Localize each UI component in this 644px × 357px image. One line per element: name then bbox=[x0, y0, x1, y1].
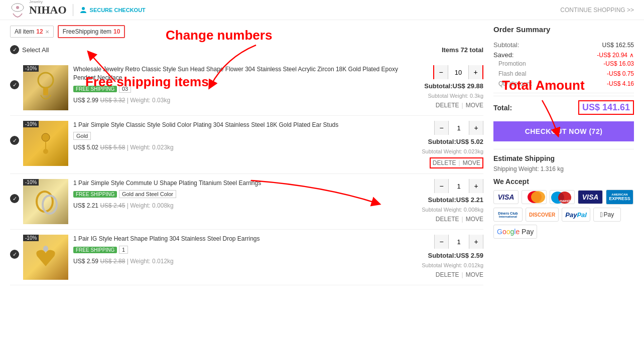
qty-input-4[interactable] bbox=[449, 235, 469, 249]
item-details-3: 1 Pair Simple Style Commute U Shape Plat… bbox=[73, 179, 413, 209]
discount-badge-1: -10% bbox=[23, 65, 39, 72]
svg-point-7 bbox=[43, 149, 48, 154]
nihao-logo-icon bbox=[10, 3, 25, 18]
move-link-3[interactable]: MOVE bbox=[466, 216, 483, 223]
chevron-up-icon[interactable]: ∧ bbox=[629, 52, 634, 59]
total-value: US$ 141.61 bbox=[578, 100, 634, 115]
delete-link-4[interactable]: DELETE bbox=[436, 271, 459, 278]
secure-checkout-label: SECURE CHECKOUT bbox=[79, 6, 146, 14]
delete-link-1[interactable]: DELETE bbox=[436, 102, 459, 109]
qty-decrease-3[interactable]: − bbox=[435, 179, 449, 193]
item-right-1: − + Subtotal:US$ 29.88 Subtotal Weight: … bbox=[413, 65, 483, 109]
qty-decrease-1[interactable]: − bbox=[434, 65, 448, 79]
google-pay-icon: Google Pay bbox=[493, 225, 537, 239]
item-right-2: − + Subtotal:US$ 5.02 Subtotal Weight: 0… bbox=[413, 121, 483, 168]
amex-payment-icon: AMERICAN EXPRESS bbox=[606, 190, 633, 205]
item-actions-3: DELETE | MOVE bbox=[436, 216, 483, 223]
qty-input-3[interactable] bbox=[449, 179, 469, 193]
delete-link-2[interactable]: DELETE bbox=[433, 159, 456, 166]
item-checkbox-3[interactable]: ✓ bbox=[10, 194, 19, 203]
heart-earring-image bbox=[30, 241, 62, 274]
saved-label: Saved: bbox=[493, 51, 513, 59]
move-link-4[interactable]: MOVE bbox=[466, 271, 483, 278]
item-variant-2: Gold bbox=[73, 132, 91, 140]
person-icon bbox=[79, 6, 87, 14]
item-title-2: 1 Pair Simple Style Classic Style Solid … bbox=[73, 121, 413, 129]
item-subtotal-4: Subtotal:US$ 2.59 bbox=[428, 252, 483, 259]
item-subweight-4: Subtotal Weight: 0.012kg bbox=[422, 262, 483, 268]
item-check-1[interactable]: ✓ bbox=[10, 80, 19, 89]
item-subtotal-3: Subtotal:US$ 2.21 bbox=[428, 196, 483, 204]
promotion-label: Promotion bbox=[493, 60, 526, 67]
cart-item-4: ✓ -10% 1 Pair IG Style Heart Shape Plati… bbox=[10, 230, 483, 285]
select-all-label[interactable]: Select All bbox=[22, 46, 49, 54]
item-variant-3: Gold and Steel Color bbox=[119, 190, 176, 198]
order-summary: Order Summary Subtotal: US$ 162.55 Saved… bbox=[493, 25, 634, 285]
item-actions-1: DELETE | MOVE bbox=[436, 102, 483, 109]
delete-link-3[interactable]: DELETE bbox=[436, 216, 459, 223]
item-check-2[interactable]: ✓ bbox=[10, 136, 19, 145]
item-image-1: -10% bbox=[23, 65, 68, 110]
qty-control-2[interactable]: − + bbox=[434, 121, 483, 135]
cart-item-1: ✓ -10% Wholesale Jewelry Retro Classic S… bbox=[10, 60, 483, 116]
estimate-shipping-section: Estimate Shipping Shipping Weight: 1.316… bbox=[493, 149, 634, 239]
total-label: Total: bbox=[493, 104, 512, 112]
item-actions-4: DELETE | MOVE bbox=[436, 271, 483, 278]
header: Jewelry NIHAO SECURE CHECKOUT CONTINUE S… bbox=[0, 0, 644, 20]
free-shipping-tab[interactable]: FreeShipping item 10 bbox=[58, 25, 125, 38]
total-row: Total: US$ 141.61 bbox=[493, 96, 634, 119]
qty-decrease-4[interactable]: − bbox=[435, 235, 449, 249]
qty-increase-1[interactable]: + bbox=[468, 65, 482, 79]
item-price-3: US$ 2.21 US$ 2.45 | Weight: 0.008kg bbox=[73, 202, 413, 209]
svg-point-8 bbox=[37, 192, 53, 212]
qty-input-1[interactable] bbox=[448, 65, 468, 79]
mastercard-payment-icon bbox=[522, 190, 547, 204]
items-total: Items 72 total bbox=[442, 46, 483, 54]
all-items-close[interactable]: ✕ bbox=[45, 29, 49, 35]
move-link-2[interactable]: MOVE bbox=[463, 159, 480, 166]
qty-decrease-2[interactable]: − bbox=[435, 121, 449, 135]
select-all-checkbox[interactable]: ✓ bbox=[10, 45, 19, 54]
subtotal-label: Subtotal: bbox=[493, 41, 519, 49]
svg-point-10 bbox=[43, 246, 48, 252]
filter-tabs: All item 12 ✕ FreeShipping item 10 bbox=[10, 25, 483, 38]
item-subweight-3: Subtotal Weight: 0.008kg bbox=[422, 207, 483, 213]
logo-main-text: NIHAO bbox=[29, 4, 67, 16]
item-title-1: Wholesale Jewelry Retro Classic Style Su… bbox=[73, 65, 413, 82]
item-actions-2: DELETE | MOVE bbox=[430, 157, 483, 168]
visa2-payment-icon: VISA bbox=[578, 190, 603, 204]
move-link-1[interactable]: MOVE bbox=[466, 102, 483, 109]
item-details-2: 1 Pair Simple Style Classic Style Solid … bbox=[73, 121, 413, 151]
free-shipping-badge-1: FREE SHIPPING bbox=[73, 86, 117, 92]
estimate-shipping-title: Estimate Shipping bbox=[493, 154, 634, 162]
svg-rect-4 bbox=[43, 88, 48, 95]
item-checkbox-4[interactable]: ✓ bbox=[10, 250, 19, 259]
qty-increase-4[interactable]: + bbox=[469, 235, 483, 249]
item-price-1: US$ 2.99 US$ 3.32 | Weight: 0.03kg bbox=[73, 97, 413, 104]
qty-control-1[interactable]: − + bbox=[433, 65, 483, 79]
item-checkbox-1[interactable]: ✓ bbox=[10, 80, 19, 89]
qty-discount-row: Qty discount -US$ 4.16 bbox=[493, 79, 634, 89]
order-summary-title: Order Summary bbox=[493, 25, 634, 34]
promotion-row: Promotion -US$ 16.03 bbox=[493, 59, 634, 69]
earstud-image bbox=[30, 127, 62, 160]
item-check-3[interactable]: ✓ bbox=[10, 194, 19, 203]
svg-point-9 bbox=[43, 196, 57, 214]
qty-input-2[interactable] bbox=[449, 121, 469, 135]
apple-pay-icon:  Pay bbox=[593, 208, 621, 222]
item-title-4: 1 Pair IG Style Heart Shape Plating 304 … bbox=[73, 235, 413, 243]
qty-increase-2[interactable]: + bbox=[469, 121, 483, 135]
continue-shopping-link[interactable]: CONTINUE SHOPPING >> bbox=[560, 7, 634, 14]
qty-increase-3[interactable]: + bbox=[469, 179, 483, 193]
qty-control-4[interactable]: − + bbox=[434, 235, 483, 249]
qty-control-3[interactable]: − + bbox=[434, 179, 483, 193]
item-check-4[interactable]: ✓ bbox=[10, 250, 19, 259]
saved-header: Saved: -US$ 20.94 ∧ bbox=[493, 51, 634, 59]
item-checkbox-2[interactable]: ✓ bbox=[10, 136, 19, 145]
discount-badge-4: -10% bbox=[23, 235, 39, 241]
all-items-tab[interactable]: All item 12 ✕ bbox=[10, 26, 54, 38]
select-all-row: ✓ Select All Items 72 total bbox=[10, 43, 483, 56]
cart-item-2: ✓ -10% 1 Pair Simple Style Classic Style… bbox=[10, 116, 483, 174]
item-variant-4: 1 bbox=[119, 246, 128, 254]
checkout-button[interactable]: CHECKOUT NOW (72) bbox=[493, 121, 634, 141]
